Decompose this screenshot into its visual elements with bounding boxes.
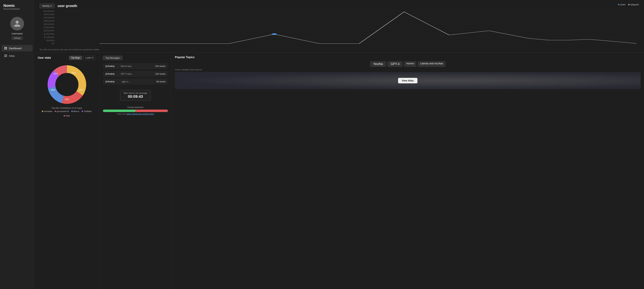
svg-text:6610: 6610 (72, 72, 76, 74)
svg-point-35 (58, 76, 76, 94)
topics-source: Source: AtlasDB, Nomic Discord (175, 68, 640, 71)
svg-text:3068: 3068 (50, 89, 55, 91)
view-atlas-button[interactable]: View Atlas (398, 78, 418, 83)
sentiment-model-link[interactable]: twitter-roberta-base-sentiment-latest (126, 113, 154, 115)
popular-topics-panel: Popular Topics Yes/No GPT-4 Humor Llamas… (172, 52, 644, 289)
settings-button[interactable]: Settings (12, 36, 23, 40)
username-label: Username (12, 32, 23, 35)
svg-text:2500: 2500 (44, 26, 54, 28)
event-point[interactable] (272, 33, 277, 35)
chart-section: Weekly ▾ user growth event datapoint 500… (34, 0, 644, 52)
bottom-panels: User stats Top Msgs Lurker % (34, 52, 644, 289)
legend-event: event (618, 4, 625, 6)
contributor-eachadea: eachadea (42, 110, 52, 112)
ltburnz-dot (71, 111, 73, 112)
legend-datapoint: datapoint (628, 4, 639, 6)
topic-humor[interactable]: Humor (404, 61, 416, 67)
user-stats-panel: User stats Top Msgs Lurker % (34, 52, 100, 289)
message-user-3: @Andriy (105, 80, 119, 83)
brand-title: Nomic (4, 4, 20, 8)
contributors-legend-label: Top Disc Contributors (# of msgs) (38, 107, 96, 109)
growth-chart[interactable]: 5000 4500 4000 3500 3000 2500 2000 1500 … (40, 10, 639, 44)
sentiment-label: Overall sentiment (103, 106, 168, 108)
message-preview-1: We've hea... (121, 65, 153, 68)
chart-legend: event datapoint (618, 4, 639, 6)
table-row[interactable]: @Andriy We've hea... 219 reacts (103, 63, 168, 69)
med-time-value: 00:09:43 (124, 94, 147, 99)
table-row[interactable]: @Andriy GPT-J bas... 126 reacts (103, 71, 168, 77)
gonzochess75-dot (55, 111, 56, 112)
svg-text:1000: 1000 (44, 36, 54, 38)
svg-text:4000: 4000 (44, 17, 54, 19)
svg-rect-0 (4, 47, 5, 48)
atlas-label: Atlas (9, 54, 14, 57)
brand-subtitle: Discord Dashboard (4, 8, 20, 10)
svg-text:1500: 1500 (44, 33, 54, 35)
period-button[interactable]: Weekly ▾ (40, 4, 55, 8)
datapoint-dot (628, 4, 630, 5)
chart-area: 5000 4500 4000 3500 3000 2500 2000 1500 … (40, 10, 639, 48)
dashboard-icon (4, 47, 7, 50)
sidebar-nav: Dashboard Atlas (0, 45, 34, 60)
svg-text:4500: 4500 (44, 14, 54, 16)
message-user-2: @Andriy (105, 72, 119, 75)
topic-llamas[interactable]: Llamas and vicuñas (418, 61, 446, 67)
svg-rect-2 (4, 48, 5, 50)
sidebar-item-dashboard[interactable]: Dashboard (2, 45, 32, 52)
svg-text:3727: 3727 (79, 89, 83, 91)
svg-text:2000: 2000 (44, 30, 54, 32)
event-dot (618, 4, 620, 5)
helly-dot (64, 115, 65, 116)
contributor-thebloke: TheBloke (82, 110, 92, 112)
atlas-icon (4, 54, 7, 57)
user-icon (14, 20, 21, 28)
main-content: Weekly ▾ user growth event datapoint 500… (34, 0, 644, 289)
thebloke-dot (82, 111, 83, 112)
topic-yes-no[interactable]: Yes/No (370, 61, 386, 67)
avatar (10, 17, 24, 30)
sentiment-model: model used: twitter-roberta-base-sentime… (103, 113, 168, 115)
svg-rect-1 (6, 47, 7, 48)
sentiment-bar (103, 110, 168, 112)
messages-list: Top Messages @Andriy We've hea... 219 re… (103, 56, 168, 115)
message-user-1: @Andriy (105, 65, 119, 68)
message-reacts-2: 126 reacts (155, 72, 166, 75)
donut-chart: 6610 3727 3383 3068 2302 (38, 64, 96, 105)
chart-header: Weekly ▾ user growth (40, 4, 639, 8)
contributors-items: eachadea gonzochess75 ltBurnz TheBloke H… (38, 110, 96, 117)
message-preview-2: GPT-J bas... (121, 72, 153, 75)
sentiment-section: Overall sentiment model used: twitter-ro… (103, 106, 168, 115)
topic-gpt4[interactable]: GPT-4 (388, 61, 402, 67)
sidebar-brand: Nomic Discord Dashboard (0, 4, 23, 14)
message-reacts-3: 98 reacts (156, 80, 166, 83)
chart-tip: Tip: Click on an event to see more info.… (40, 48, 639, 50)
svg-text:2302: 2302 (54, 72, 58, 74)
lurker-tab[interactable]: Lurker % (83, 56, 96, 60)
sidebar: Nomic Discord Dashboard Username Setting… (0, 0, 34, 289)
svg-text:0: 0 (52, 42, 54, 44)
contributor-gonzochess75: gonzochess75 (55, 110, 69, 112)
top-messages-badge: Top Messages (103, 56, 122, 60)
user-stats-tabs: Top Msgs Lurker % (69, 56, 96, 60)
sidebar-item-atlas[interactable]: Atlas (2, 52, 32, 59)
top-messages-panel: Top Messages @Andriy We've hea... 219 re… (100, 52, 172, 289)
message-preview-3: - gpt-j c... (121, 80, 155, 83)
svg-rect-3 (6, 48, 7, 50)
svg-text:3383: 3383 (65, 98, 69, 100)
popular-topics-title: Popular Topics (175, 56, 640, 59)
atlas-preview: View Atlas (175, 72, 640, 89)
svg-text:3500: 3500 (44, 20, 54, 22)
table-row[interactable]: @Andriy - gpt-j c... 98 reacts (103, 78, 168, 84)
contributor-ltburnz: ltBurnz (71, 110, 79, 112)
svg-text:5000: 5000 (44, 10, 54, 12)
chevron-down-icon: ▾ (50, 5, 52, 7)
chart-title: user growth (58, 4, 77, 8)
top-msgs-tab[interactable]: Top Msgs (69, 56, 82, 60)
contributor-helly: Helly (64, 115, 70, 117)
med-time-label: Med. time to 1st message (124, 92, 147, 94)
topics-cloud: Yes/No GPT-4 Humor Llamas and vicuñas (175, 61, 640, 67)
dashboard-label: Dashboard (9, 47, 22, 50)
med-time-box: Med. time to 1st message 00:09:43 (120, 90, 151, 101)
eachadea-dot (42, 111, 43, 112)
user-stats-title: User stats (38, 56, 51, 59)
